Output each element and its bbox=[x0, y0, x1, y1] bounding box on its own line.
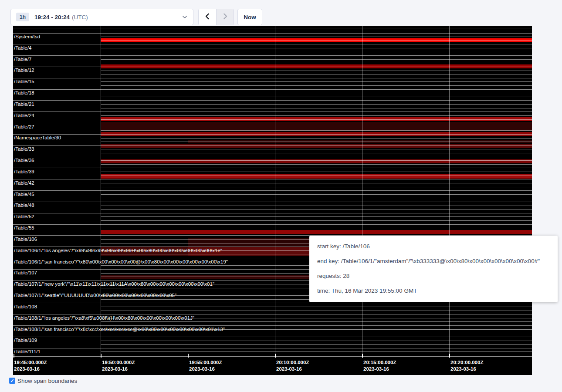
time-range-text: 19:24 - 20:24 bbox=[34, 14, 70, 20]
row-label: /Table/7 bbox=[14, 57, 31, 62]
row-label: /Table/106/1/"san francisco"/"\x80\x00\x… bbox=[14, 259, 228, 264]
axis-label: 19:50:00.000Z2023-03-16 bbox=[102, 359, 135, 372]
range-boundary-line bbox=[101, 194, 532, 195]
heat-band[interactable] bbox=[101, 144, 532, 148]
span-boundary-line bbox=[13, 134, 532, 135]
range-boundary-line bbox=[101, 93, 532, 93]
axis-label: 20:15:00.000Z2023-03-16 bbox=[363, 359, 396, 372]
range-boundary-line bbox=[101, 228, 532, 228]
time-nav-group bbox=[198, 9, 234, 25]
axis-date: 2023-03-16 bbox=[189, 366, 222, 372]
axis-label: 19:55:00.000Z2023-03-16 bbox=[189, 359, 222, 372]
range-boundary-line bbox=[101, 52, 532, 52]
axis-tick bbox=[449, 354, 450, 358]
now-button[interactable]: Now bbox=[237, 9, 262, 25]
range-boundary-line bbox=[101, 37, 532, 37]
row-label: /Table/27 bbox=[14, 124, 34, 129]
span-boundary-line bbox=[13, 202, 532, 202]
span-boundary-line bbox=[13, 112, 532, 112]
axis-time: 20:10:00.000Z bbox=[276, 359, 309, 366]
row-label: /Table/108 bbox=[14, 304, 37, 309]
span-boundary-line bbox=[13, 123, 532, 123]
row-label: /Table/111/1 bbox=[14, 349, 41, 354]
range-boundary-line bbox=[101, 81, 532, 82]
row-label: /Table/48 bbox=[14, 203, 34, 208]
axis-date: 2023-03-16 bbox=[14, 366, 47, 372]
range-boundary-line bbox=[101, 351, 532, 352]
range-boundary-line bbox=[101, 341, 532, 341]
range-boundary-line bbox=[101, 232, 532, 232]
span-boundary-line bbox=[13, 67, 532, 67]
chevron-left-icon bbox=[204, 13, 211, 21]
span-boundary-line bbox=[13, 168, 532, 168]
range-boundary-line bbox=[101, 138, 532, 139]
row-label: /Table/36 bbox=[14, 158, 34, 163]
range-boundary-line bbox=[101, 119, 532, 120]
axis-date: 2023-03-16 bbox=[450, 366, 483, 372]
time-range-zone: (UTC) bbox=[72, 14, 88, 20]
span-boundary-line bbox=[13, 190, 532, 191]
prev-interval-button[interactable] bbox=[199, 9, 216, 25]
span-boundary-line bbox=[13, 314, 532, 314]
axis-label: 20:20:00.000Z2023-03-16 bbox=[450, 359, 483, 372]
axis-tick bbox=[101, 354, 102, 358]
range-boundary-line bbox=[101, 321, 532, 322]
axis-tick bbox=[362, 354, 363, 358]
row-label: /Table/106/1/"los angeles"/"\x99\x99\x99… bbox=[14, 248, 222, 253]
span-boundary-line bbox=[13, 356, 532, 357]
axis-date: 2023-03-16 bbox=[276, 366, 309, 372]
axis-time: 20:20:00.000Z bbox=[450, 359, 483, 366]
key-visualizer-canvas[interactable]: /System/tsd/Table/4/Table/7/Table/12/Tab… bbox=[13, 26, 532, 375]
span-boundary-line bbox=[13, 348, 532, 348]
range-boundary-line bbox=[101, 164, 532, 165]
range-boundary-line bbox=[101, 104, 532, 105]
range-boundary-line bbox=[101, 71, 532, 71]
row-label: /Table/4 bbox=[14, 45, 31, 51]
range-boundary-line bbox=[101, 187, 532, 187]
range-boundary-line bbox=[101, 142, 532, 142]
row-label: /Table/33 bbox=[14, 146, 34, 152]
time-grid-line bbox=[101, 26, 101, 356]
row-label: /NamespaceTable/30 bbox=[14, 135, 61, 140]
range-boundary-line bbox=[101, 198, 532, 198]
range-boundary-line bbox=[101, 209, 532, 210]
next-interval-button[interactable] bbox=[216, 9, 234, 25]
axis-tick bbox=[14, 354, 14, 358]
span-boundary-line bbox=[13, 28, 532, 28]
show-span-boundaries-label: Show span boundaries bbox=[17, 377, 77, 385]
axis-date: 2023-03-16 bbox=[102, 366, 135, 372]
range-boundary-line bbox=[101, 153, 532, 153]
range-boundary-line bbox=[101, 59, 532, 60]
row-label: /Table/18 bbox=[14, 90, 34, 95]
row-label: /Table/55 bbox=[14, 225, 34, 230]
span-boundary-line bbox=[13, 100, 532, 101]
axis-time: 19:55:00.000Z bbox=[189, 359, 222, 366]
row-label: /Table/107 bbox=[14, 270, 37, 275]
row-label: /Table/52 bbox=[14, 214, 34, 219]
heat-band[interactable] bbox=[101, 38, 532, 42]
range-boundary-line bbox=[101, 344, 532, 345]
range-boundary-line bbox=[101, 130, 532, 131]
row-label: /Table/45 bbox=[14, 192, 34, 197]
range-boundary-line bbox=[101, 311, 532, 311]
range-boundary-line bbox=[101, 97, 532, 97]
range-boundary-line bbox=[101, 127, 532, 127]
show-span-boundaries-checkbox[interactable]: ✓ bbox=[9, 378, 15, 384]
time-range-selector[interactable]: 1h 19:24 - 20:24 (UTC) bbox=[10, 9, 193, 25]
row-label: /Table/15 bbox=[14, 79, 34, 84]
span-boundary-line bbox=[13, 44, 532, 44]
row-label: /System/tsd bbox=[14, 34, 40, 39]
axis-time: 19:45:00.000Z bbox=[14, 359, 47, 366]
show-span-boundaries-control: ✓ Show span boundaries bbox=[9, 377, 77, 385]
span-boundary-line bbox=[13, 325, 532, 326]
range-boundary-line bbox=[101, 149, 532, 149]
key-visualizer-page: { "toolbar": { "range_badge": "1h", "ran… bbox=[0, 0, 562, 392]
span-boundary-line bbox=[13, 303, 532, 303]
time-grid-line bbox=[449, 26, 450, 356]
row-label: /Table/106 bbox=[14, 237, 37, 242]
span-boundary-line bbox=[13, 33, 532, 34]
heat-band[interactable] bbox=[101, 174, 532, 179]
span-boundary-line bbox=[13, 78, 532, 78]
row-label: /Table/107/1/"seattle"/"UUUUUUD\x00\x80\… bbox=[14, 293, 176, 298]
axis-tick bbox=[275, 354, 276, 358]
